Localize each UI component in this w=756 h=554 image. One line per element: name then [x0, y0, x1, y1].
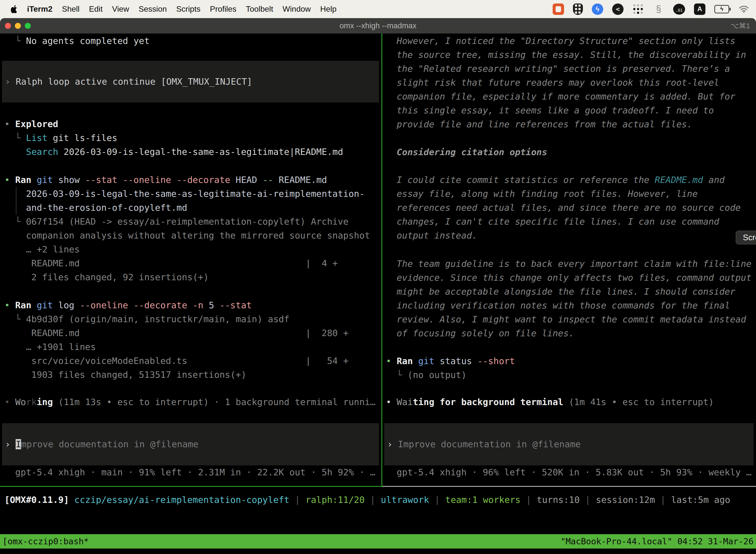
terminal-block: • Ran git show --stat --oneline --decora… [0, 173, 381, 284]
menu-item-help[interactable]: Help [320, 4, 336, 14]
menubar-status-icons: ϟ < § ..61 A ϟ [553, 3, 750, 15]
terminal-line: 1903 files changed, 513517 insertions(+) [4, 368, 381, 382]
menu-item-iterm2[interactable]: iTerm2 [27, 4, 53, 14]
terminal-line: README.md | 4 + [4, 257, 381, 270]
terminal-line: this single essay, it seems like a good … [386, 104, 756, 117]
terminal-line: including verification notes with those … [386, 298, 756, 313]
chat-bubble-shape [556, 6, 561, 12]
tree-guide-line [16, 187, 16, 215]
left-terminal-pane: └ No agents completed yet› Ralph loop ac… [0, 34, 381, 486]
terminal-line: output instead. [386, 229, 756, 242]
window-shortcut-badge: ⌥⌘1 [731, 21, 750, 30]
screenshot-button[interactable]: Scre [736, 231, 756, 244]
terminal-line: changes, I can't cite specific file line… [386, 215, 756, 229]
right-pane-bottom-border [382, 486, 756, 487]
terminal-block: gpt-5.4 xhigh · 96% left · 520K in · 5.8… [382, 465, 756, 479]
terminal-line: └ 4b9d30f (origin/main, instructkr/main,… [4, 312, 381, 326]
terminal-block: The team guideline is to back every impo… [382, 257, 756, 340]
terminal-line: README.md | 280 + [4, 326, 381, 340]
menu-item-window[interactable]: Window [282, 4, 311, 14]
terminal-line: and-the-erosion-of-copyleft.md [4, 201, 381, 215]
omx-status-line: [OMX#0.11.9] cczip/essay/ai-reimplementa… [4, 493, 730, 507]
terminal-line: companion analysis without altering the … [4, 229, 381, 242]
terminal-line: evidence. Since this change only affects… [386, 271, 756, 285]
terminal-block: Considering citation options [382, 145, 756, 159]
terminal-line: review. Also, I might want to inspect th… [386, 313, 756, 326]
menu-item-scripts[interactable]: Scripts [176, 4, 200, 14]
shield-app-icon[interactable] [573, 3, 583, 15]
terminal-line: … +1901 lines [4, 340, 381, 354]
terminal-line: However, I noticed the "Directory Struct… [386, 34, 756, 48]
prompt-input-left[interactable]: › Improve documentation in @filename [2, 423, 379, 465]
terminal-line: gpt-5.4 xhigh · main · 91% left · 2.31M … [4, 465, 381, 479]
menu-item-shell[interactable]: Shell [62, 4, 80, 14]
terminal-line: • Explored [4, 117, 381, 131]
terminal-block: gpt-5.4 xhigh · main · 91% left · 2.31M … [0, 465, 381, 479]
terminal-line: • Ran git log --oneline --decorate -n 5 … [4, 298, 381, 312]
terminal-line: └ (no output) [386, 368, 756, 382]
terminal-line: › Improve documentation in @filename [5, 437, 379, 451]
terminal-line: gpt-5.4 xhigh · 96% left · 520K in · 5.8… [386, 465, 756, 479]
terminal-line: essay file, along with finding root file… [386, 187, 756, 201]
terminal-line: • Working (11m 13s • esc to interrupt) ·… [4, 395, 381, 409]
terminal-line: provide file and line references from th… [386, 117, 756, 131]
input-source-label: A [697, 5, 702, 13]
screenshot-button-label: Scre [743, 233, 756, 242]
terminal-line: › Improve documentation in @filename [387, 437, 754, 451]
left-pane-bottom-border [0, 486, 382, 487]
zoom-button[interactable] [25, 23, 31, 29]
terminal-line: [OMX#0.11.9] cczip/essay/ai-reimplementa… [4, 493, 730, 507]
orb-app-icon[interactable]: < [612, 3, 624, 15]
terminal-line: Considering citation options [386, 145, 756, 159]
menu-item-profiles[interactable]: Profiles [210, 4, 236, 14]
terminal-line: • Ran git show --stat --oneline --decora… [4, 173, 381, 187]
prompt-input-right[interactable]: › Improve documentation in @filename [384, 423, 754, 465]
menu-item-view[interactable]: View [112, 4, 129, 14]
terminal-line: 2026-03-09-is-legal-the-same-as-legitima… [4, 187, 381, 201]
terminal-line: Search 2026-03-09-is-legal-the-same-as-l… [4, 145, 381, 159]
input-source-icon[interactable]: A [694, 3, 705, 15]
terminal-line: └ No agents completed yet [4, 34, 381, 48]
menu-items: iTerm2ShellEditViewSessionScriptsProfile… [27, 4, 336, 14]
squiggle-app-icon[interactable]: § [653, 3, 664, 15]
wifi-icon[interactable] [738, 3, 750, 15]
tmux-host-clock-label: "MacBook-Pro-44.local" 04:52 31-Mar-26 [561, 536, 754, 546]
battery-icon[interactable]: ϟ [714, 5, 729, 13]
minimize-button[interactable] [15, 23, 21, 29]
window-title: omx --xhigh --madmax [0, 21, 756, 30]
menu-item-toolbelt[interactable]: Toolbelt [246, 4, 273, 14]
terminal-line: src/voice/voiceModeEnabled.ts | 54 + [4, 354, 381, 368]
menu-item-edit[interactable]: Edit [89, 4, 103, 14]
terminal-line: … +2 lines [4, 242, 381, 257]
macos-menu-bar: iTerm2ShellEditViewSessionScriptsProfile… [0, 0, 756, 18]
terminal-block: However, I noticed the "Directory Struct… [382, 34, 756, 131]
terminal-line: companion file, especially if more comme… [386, 90, 756, 104]
terminal-line: The team guideline is to back every impo… [386, 257, 756, 271]
terminal-area: └ No agents completed yet› Ralph loop ac… [0, 34, 756, 486]
tmux-session-label: [omx-cczip0:bash* [2, 536, 89, 546]
gauge-label: ..61 [676, 8, 683, 13]
charging-bolt-icon: ϟ [720, 6, 723, 12]
pane-divider[interactable] [381, 34, 382, 486]
terminal-line: references need actual files, and since … [386, 201, 756, 215]
dots-grid-icon[interactable] [632, 3, 644, 15]
badge-app-icon[interactable]: ϟ [592, 3, 603, 15]
terminal-block: • Waiting for background terminal (1m 41… [382, 395, 756, 409]
apple-menu-icon[interactable] [11, 5, 18, 13]
terminal-line: slight risk that future readers may over… [386, 76, 756, 90]
traffic-lights [5, 23, 31, 29]
terminal-block: • Ran git log --oneline --decorate -n 5 … [0, 298, 381, 382]
gauge-icon[interactable]: ..61 [673, 4, 685, 15]
terminal-block: └ No agents completed yet [0, 34, 381, 48]
terminal-block: I could cite commit statistics or refere… [382, 173, 756, 242]
terminal-line: • Waiting for background terminal (1m 41… [386, 395, 756, 409]
window-title-bar: omx --xhigh --madmax ⌥⌘1 [0, 18, 756, 34]
terminal-line: of focusing solely on file lines. [386, 326, 756, 340]
chat-app-icon[interactable] [553, 3, 564, 15]
close-button[interactable] [5, 23, 11, 29]
terminal-line: the "Related research writing" section i… [386, 62, 756, 76]
terminal-line: └ 067f154 (HEAD -> essay/ai-reimplementa… [4, 215, 381, 229]
menu-item-session[interactable]: Session [139, 4, 167, 14]
terminal-line: › Ralph loop active continue [OMX_TMUX_I… [5, 75, 379, 89]
terminal-line: might be acceptable alongside the file l… [386, 285, 756, 298]
